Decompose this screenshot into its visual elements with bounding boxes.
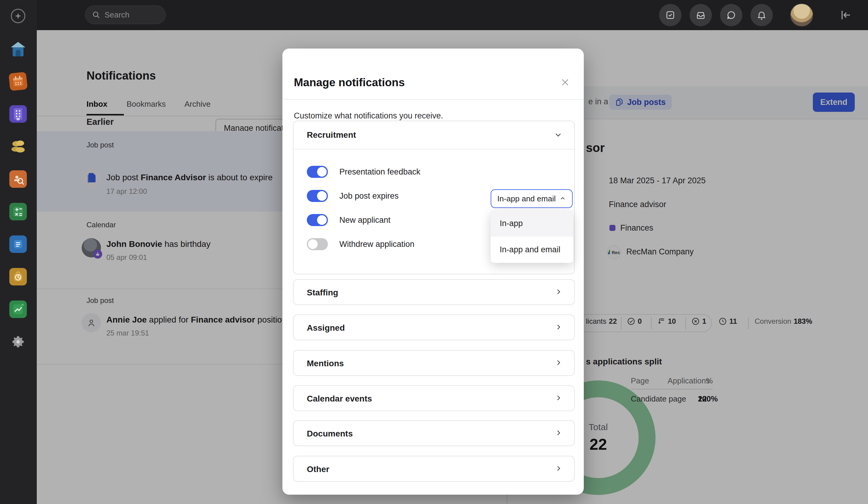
section-calendar-events[interactable]: Calendar events xyxy=(293,385,575,411)
chart-line-icon xyxy=(12,304,24,315)
job-post-expires-toggle[interactable] xyxy=(307,190,328,202)
tasks-button[interactable]: 3 xyxy=(659,4,681,26)
chevron-right-icon xyxy=(555,359,562,366)
search-input[interactable] xyxy=(105,10,159,20)
gear-icon xyxy=(11,334,25,349)
section-assigned[interactable]: Assigned xyxy=(293,315,575,340)
section-label: Staffing xyxy=(307,288,338,298)
section-label: Recruitment xyxy=(307,130,356,140)
section-staffing[interactable]: Staffing xyxy=(293,279,575,305)
sidebar-item-finance[interactable] xyxy=(9,138,27,155)
chevron-down-icon xyxy=(554,131,562,138)
toggle-label: New applicant xyxy=(339,216,391,225)
chevron-right-icon xyxy=(555,394,562,402)
toggle-row-withdrew-application: Withdrew application xyxy=(307,238,414,250)
search-icon xyxy=(92,11,100,19)
toggle-label: Job post expires xyxy=(339,192,399,201)
section-documents[interactable]: Documents xyxy=(293,420,575,446)
plus-icon xyxy=(14,12,22,20)
chat-bubble-icon xyxy=(726,10,736,20)
select-value: In-app and email xyxy=(497,194,556,204)
bell-icon xyxy=(756,10,767,20)
close-icon xyxy=(560,78,570,87)
toggle-label: Presentation feedback xyxy=(339,167,421,177)
sidebar-item-company[interactable] xyxy=(9,105,27,123)
close-button[interactable] xyxy=(559,76,571,88)
inbox-tray-icon xyxy=(696,10,706,20)
app-sidebar xyxy=(0,0,37,504)
global-search[interactable] xyxy=(85,6,166,24)
collapse-left-icon xyxy=(838,8,852,22)
user-avatar[interactable] xyxy=(790,3,814,27)
toggle-row-job-post-expires: Job post expires xyxy=(307,190,399,202)
chevron-up-icon xyxy=(559,195,566,202)
withdrew-application-toggle[interactable] xyxy=(307,238,328,250)
modal-subtitle: Customize what notifications you receive… xyxy=(294,111,443,121)
new-applicant-toggle[interactable] xyxy=(307,214,328,226)
section-label: Assigned xyxy=(307,323,345,333)
notifications-button[interactable]: 2 xyxy=(751,4,773,26)
dropdown-option-in-app-and-email[interactable]: In-app and email xyxy=(490,237,573,263)
delivery-method-select[interactable]: In-app and email xyxy=(490,189,572,208)
modal-title: Manage notifications xyxy=(294,76,405,89)
chevron-right-icon xyxy=(555,465,562,472)
calendar-icon xyxy=(11,75,25,88)
dropdown-option-in-app[interactable]: In-app xyxy=(490,210,573,237)
presentation-feedback-toggle[interactable] xyxy=(307,166,328,178)
building-icon xyxy=(13,107,23,120)
collapse-panel-button[interactable] xyxy=(838,8,852,22)
section-recruitment[interactable]: Recruitment Presentation feedback Job po… xyxy=(293,121,575,274)
delivery-method-dropdown: In-app In-app and email xyxy=(490,210,573,263)
sidebar-item-home[interactable] xyxy=(9,40,27,58)
section-label: Documents xyxy=(307,429,353,439)
add-button[interactable] xyxy=(11,9,25,23)
manage-notifications-modal: Manage notifications Customize what noti… xyxy=(282,49,584,495)
sidebar-item-documents[interactable] xyxy=(9,235,27,253)
sidebar-item-calculator[interactable] xyxy=(9,203,27,220)
chevron-right-icon xyxy=(555,323,562,331)
modal-header-divider xyxy=(282,99,584,100)
chat-button[interactable] xyxy=(720,4,742,26)
section-divider xyxy=(293,149,574,150)
inbox-button[interactable]: 57 xyxy=(690,4,712,26)
toggle-label: Withdrew application xyxy=(339,240,414,249)
sidebar-item-settings[interactable] xyxy=(9,333,27,351)
task-check-icon xyxy=(665,10,675,20)
sidebar-item-calendar[interactable] xyxy=(8,72,28,91)
documents-icon xyxy=(13,239,23,249)
calculator-icon xyxy=(13,206,23,217)
person-search-icon xyxy=(12,173,24,185)
sidebar-item-candidate-search[interactable] xyxy=(9,170,27,188)
chevron-right-icon xyxy=(555,429,562,436)
toggle-row-presentation-feedback: Presentation feedback xyxy=(307,166,421,178)
section-other[interactable]: Other xyxy=(293,456,575,482)
section-label: Mentions xyxy=(307,359,344,368)
clock-bag-icon xyxy=(12,271,24,282)
top-bar: 3 57 2 xyxy=(37,0,868,30)
home-icon xyxy=(10,41,26,56)
section-mentions[interactable]: Mentions xyxy=(293,350,575,376)
section-label: Calendar events xyxy=(307,394,372,404)
sidebar-item-time-tracking[interactable] xyxy=(9,268,27,286)
chevron-right-icon xyxy=(555,288,562,296)
sidebar-item-analytics[interactable] xyxy=(9,300,27,318)
toggle-row-new-applicant: New applicant xyxy=(307,214,391,226)
section-label: Other xyxy=(307,464,329,474)
coins-icon xyxy=(10,140,26,153)
